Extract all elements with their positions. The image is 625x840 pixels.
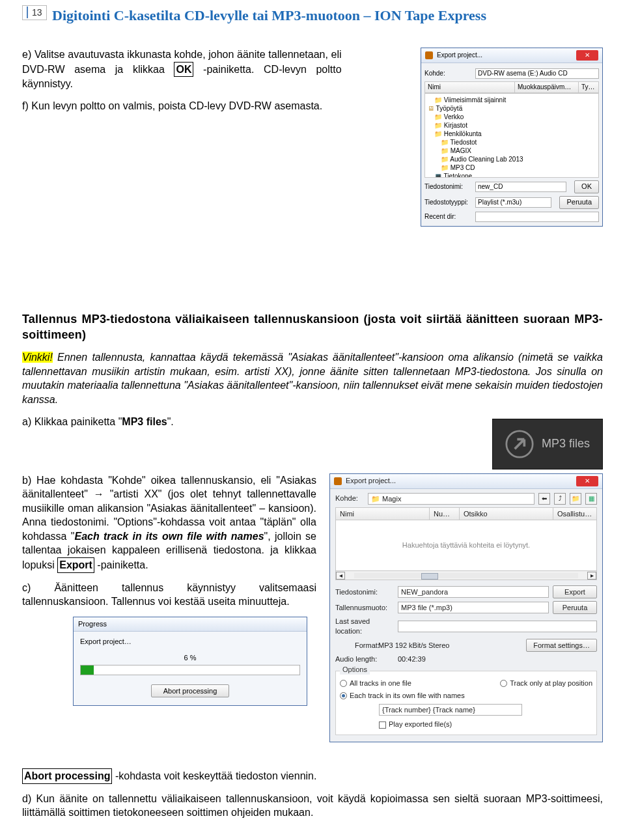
export-dialog-tree: Export project... ✕ Kohde: DVD-RW asema … xyxy=(421,48,603,227)
format-value: MP3 192 kBit/s Stereo xyxy=(378,641,449,651)
close-icon[interactable]: ✕ xyxy=(576,50,598,61)
dialog-titlebar: Export project... ✕ xyxy=(421,48,602,63)
tn-input[interactable]: NEW_pandora xyxy=(398,586,549,598)
paragraph-b: b) Hae kohdasta "Kohde" oikea tallennusk… xyxy=(22,473,316,573)
dialog-titlebar: Export project... ✕ xyxy=(330,474,602,489)
back-icon[interactable]: ⬅ xyxy=(538,493,550,505)
export-dialog-main: Export project... ✕ Kohde: 📁 Magix ⬅ ⤴ 📁… xyxy=(329,473,603,743)
vinkki-paragraph: Vinkki! Ennen tallennusta, kannattaa käy… xyxy=(22,350,603,406)
file-list[interactable]: Hakuehtoja täyttäviä kohteita ei löytyny… xyxy=(335,520,597,571)
paragraph-d: d) Kun äänite on tallennettu väliaikaise… xyxy=(22,792,603,820)
mp3-files-button[interactable]: MP3 files xyxy=(492,419,603,469)
heading-mp3: Tallennus MP3-tiedostona väliaikaiseen t… xyxy=(22,311,603,343)
close-icon[interactable]: ✕ xyxy=(576,476,598,486)
tt-label: Tiedostotyyppi: xyxy=(424,198,473,207)
paragraph-abort: Abort processing -kohdasta voit keskeytt… xyxy=(22,768,603,784)
view-icon[interactable]: ▦ xyxy=(585,493,597,505)
play-exported[interactable]: Play exported file(s) xyxy=(379,720,452,728)
tn-input[interactable]: new_CD xyxy=(475,182,566,192)
tm-select[interactable]: MP3 file (*.mp3) xyxy=(398,602,549,613)
kohde-label: Kohde: xyxy=(424,69,473,78)
rd-label: Recent dir: xyxy=(424,212,473,221)
tt-select[interactable]: Playlist (*.m3u) xyxy=(475,197,551,208)
disk-icon xyxy=(425,51,433,59)
paragraph-e: e) Valitse avautuvasta ikkunasta kohde, … xyxy=(22,48,342,91)
progress-percent: 6 % xyxy=(80,653,300,663)
audiolen-label: Audio length: xyxy=(335,654,394,664)
document-title: Digitointi C-kasetilta CD-levylle tai MP… xyxy=(52,7,486,23)
list-header: Nimi Nu… Otsikko Osallistu… xyxy=(335,507,597,521)
tn-label: Tiedostonimi: xyxy=(335,587,394,597)
dialog-title: Export project... xyxy=(437,51,482,60)
col-muok[interactable]: Muokkauspäivm… xyxy=(515,82,579,92)
kohde-label: Kohde: xyxy=(335,494,364,503)
opt-all[interactable]: All tracks in one file xyxy=(340,679,411,688)
peruuta-button[interactable]: Peruuta xyxy=(559,196,599,209)
paragraph-f: f) Kun levyn poltto on valmis, poista CD… xyxy=(22,99,342,113)
scrollbar[interactable]: ◂ ▸ xyxy=(335,571,597,580)
dialog-title: Export project... xyxy=(346,476,396,486)
export-button[interactable]: Export xyxy=(553,585,597,598)
progress-dialog: Progress Export project… 6 % Abort proce… xyxy=(73,617,307,707)
kohde-select[interactable]: 📁 Magix xyxy=(368,493,535,505)
tm-label: Tallennusmuoto: xyxy=(335,603,394,613)
progress-label: Export project… xyxy=(80,637,300,647)
abort-inline: Abort processing xyxy=(22,768,112,784)
new-folder-icon[interactable]: 📁 xyxy=(570,493,581,505)
options-group: Options All tracks in one file Track onl… xyxy=(335,671,597,735)
opt-each[interactable]: Each track in its own file with names xyxy=(340,692,465,699)
tn-label: Tiedostonimi: xyxy=(424,182,473,191)
progress-bar xyxy=(80,665,300,675)
rd-select[interactable] xyxy=(475,212,599,222)
export-inline: Export xyxy=(57,557,94,573)
up-icon[interactable]: ⤴ xyxy=(554,493,566,505)
col-osal[interactable]: Osallistu… xyxy=(553,508,596,520)
col-nu[interactable]: Nu… xyxy=(430,508,460,520)
paragraph-c: c) Äänitteen tallennus käynnistyy valits… xyxy=(22,581,316,609)
share-arrow-icon xyxy=(505,430,534,458)
format-label: Format: xyxy=(335,641,374,651)
folder-tree[interactable]: 📁 Viimeisimmät sijainnit 🖥 Työpöytä 📁 Ve… xyxy=(424,93,599,178)
opt-trackonly[interactable]: Track only at play position xyxy=(500,679,592,688)
disk-icon xyxy=(334,477,342,485)
folder-icon: 📁 xyxy=(371,495,380,503)
abort-processing-button[interactable]: Abort processing xyxy=(151,684,230,697)
page-number-box: 13 xyxy=(22,5,47,20)
audiolen-value: 00:42:39 xyxy=(398,654,426,664)
peruuta-button[interactable]: Peruuta xyxy=(553,601,597,614)
lastsaved-label: Last saved location: xyxy=(335,617,394,636)
options-title: Options xyxy=(340,665,370,675)
scroll-left-icon[interactable]: ◂ xyxy=(336,572,345,580)
kohde-value[interactable]: DVD-RW asema (E:) Audio CD xyxy=(475,68,599,79)
col-nimi[interactable]: Nimi xyxy=(425,82,515,92)
lastsaved-input[interactable] xyxy=(398,621,597,632)
mp3-files-label: MP3 files xyxy=(542,436,590,451)
pattern-input[interactable]: {Track number} {Track name} xyxy=(379,704,522,716)
ok-button[interactable]: OK xyxy=(574,180,599,193)
format-settings-button[interactable]: Format settings… xyxy=(526,639,597,652)
progress-title: Progress xyxy=(74,617,307,632)
col-otsikko[interactable]: Otsikko xyxy=(460,508,553,520)
col-ty[interactable]: Ty… xyxy=(579,82,598,92)
page-number: 13 xyxy=(32,7,42,19)
page-header: 13 Digitointi C-kasetilta CD-levylle tai… xyxy=(22,5,603,25)
ok-inline: OK xyxy=(174,62,193,77)
col-nimi[interactable]: Nimi xyxy=(336,508,430,520)
vinkki-label: Vinkki! xyxy=(22,352,53,363)
scroll-right-icon[interactable]: ▸ xyxy=(587,572,596,580)
